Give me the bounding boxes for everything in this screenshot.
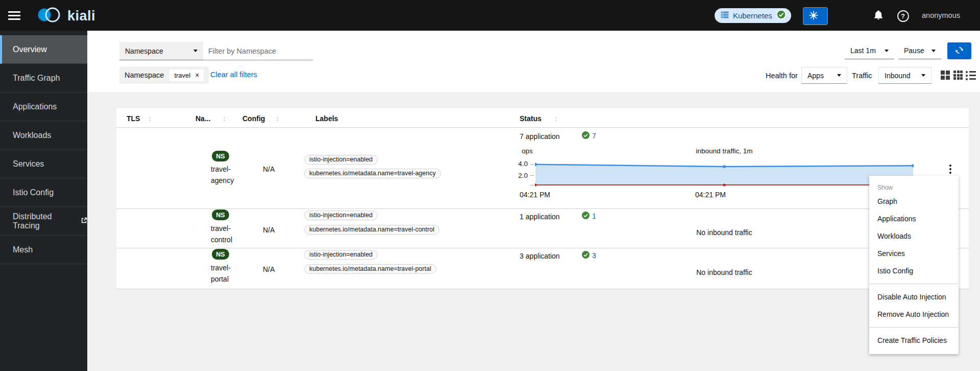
question-circle-icon: ? [897,10,909,22]
filter-chip: travel × [169,69,204,81]
row-divider [116,248,969,248]
chart-y-axis-label: ops [522,147,533,155]
sidebar-item-istio-config[interactable]: Istio Config [0,178,87,207]
nav-label: Istio Config [13,188,54,197]
sidebar-item-applications[interactable]: Applications [0,92,87,121]
column-header-config[interactable]: Config [242,114,265,123]
menu-item-workloads[interactable]: Workloads [869,227,959,245]
duration-select[interactable]: Last 1m [845,42,894,59]
light-theme-button[interactable] [803,8,827,25]
status-text: 1 application [520,213,560,221]
health-for-label: Health for [766,72,798,80]
health-status[interactable]: 1 [582,212,596,221]
menu-item-remove-auto-injection[interactable]: Remove Auto Injection [869,306,959,323]
traffic-status: No inbound traffic [535,228,914,237]
filter-type-value: Namespace [125,47,163,55]
x-tick-label: 04:21 PM [520,191,550,199]
sort-icon[interactable]: ↕ [554,114,558,123]
chevron-down-icon [885,50,889,52]
bell-icon [874,10,883,22]
health-count: 7 [592,132,596,140]
check-circle-icon [582,251,590,260]
y-tick-mark [530,175,534,176]
chart-title: inbound traffic, 1m [535,147,914,155]
traffic-select[interactable]: Inbound [878,67,932,84]
chevron-down-icon [932,50,936,52]
sort-icon[interactable]: ↕ [223,114,226,123]
y-tick-mark [530,185,534,186]
chevron-down-icon [921,74,925,77]
health-count: 1 [592,212,596,220]
x-tick-label: 04:21 PM [695,191,726,199]
nav-label: Traffic Graph [13,74,60,83]
user-menu[interactable]: anonymous [922,11,960,19]
menu-item-services[interactable]: Services [869,245,959,262]
sidebar-item-workloads[interactable]: Workloads [0,121,87,150]
status-text: 3 application [520,252,560,260]
menu-divider [869,284,959,284]
y-tick-mark [530,164,534,165]
column-header-name[interactable]: Na... [195,114,211,123]
filter-type-select[interactable]: Namespace [119,42,203,60]
column-header-tls[interactable]: TLS [127,114,140,123]
label-chip: istio-injection=enabled [304,155,378,165]
menu-item-istio-config[interactable]: Istio Config [869,262,959,280]
menu-divider [869,327,959,328]
list-view-icon[interactable] [966,71,976,80]
sidebar-item-traffic-graph[interactable]: Traffic Graph [0,64,87,92]
chevron-down-icon [837,74,841,77]
status-text: 7 application [520,132,560,141]
label-chip: istio-injection=enabled [304,211,378,220]
cluster-name: Kubernetes [733,11,772,20]
kiali-logo[interactable]: kiali [37,6,95,26]
expand-view-icon[interactable] [953,71,963,80]
menu-item-graph[interactable]: Graph [869,193,959,210]
sidebar-item-mesh[interactable]: Mesh [0,236,87,264]
health-count: 3 [592,251,596,260]
namespace-badge: NS [212,210,229,220]
menu-item-create-traffic-policies[interactable]: Create Traffic Policies [869,332,959,349]
config-value: N/A [263,265,275,273]
notifications-button[interactable] [871,9,886,23]
external-link-icon [81,217,87,226]
config-value: N/A [263,165,275,173]
sidebar-item-overview[interactable]: Overview [0,35,87,64]
clear-all-filters-link[interactable]: Clear all filters [210,71,257,79]
sort-icon[interactable]: ↕ [148,114,152,123]
duration-value: Last 1m [850,47,876,55]
inbound-traffic-sparkline [535,158,914,188]
refresh-button[interactable] [947,42,971,59]
namespace-filter-input[interactable] [203,42,313,60]
health-status[interactable]: 3 [582,251,596,260]
remove-filter-icon[interactable]: × [195,72,199,79]
hamburger-icon[interactable] [8,8,23,23]
nav-label: Distributed Tracing [13,212,76,230]
brand-name: kiali [67,8,95,24]
column-header-status[interactable]: Status [520,114,542,123]
compact-view-icon[interactable] [941,71,950,80]
cluster-badge: Kubernetes [715,8,791,23]
health-for-select[interactable]: Apps [801,67,847,84]
traffic-status: No inbound traffic [535,268,914,276]
filter-chip-value: travel [174,72,190,79]
active-filter-chip-group: Namespace travel × [119,66,209,84]
traffic-label: Traffic [852,72,872,80]
menu-item-applications[interactable]: Applications [869,210,959,227]
row-actions-kebab-icon[interactable] [947,163,953,176]
label-chip: kubernetes.io/metadata.name=travel-agenc… [304,169,441,178]
sidebar-item-distributed-tracing[interactable]: Distributed Tracing [0,207,87,236]
health-status[interactable]: 7 [582,131,596,141]
kiali-overview-page: kiali Kubernetes [0,0,980,371]
sun-icon [809,11,818,21]
help-button[interactable]: ? [895,9,911,23]
menu-item-disable-auto-injection[interactable]: Disable Auto Injection [869,288,959,306]
refresh-interval-select[interactable]: Pause [898,42,941,59]
namespace-badge: NS [212,151,229,161]
sidebar-item-services[interactable]: Services [0,150,87,178]
label-chip: kubernetes.io/metadata.name=travel-contr… [304,225,439,235]
sort-icon[interactable]: ↕ [276,114,279,123]
namespace-actions-menu: Show Graph Applications Workloads Servic… [869,176,959,354]
cluster-check-circle-icon [776,10,786,21]
theme-toggle [803,7,828,25]
nav-label: Overview [13,45,47,54]
